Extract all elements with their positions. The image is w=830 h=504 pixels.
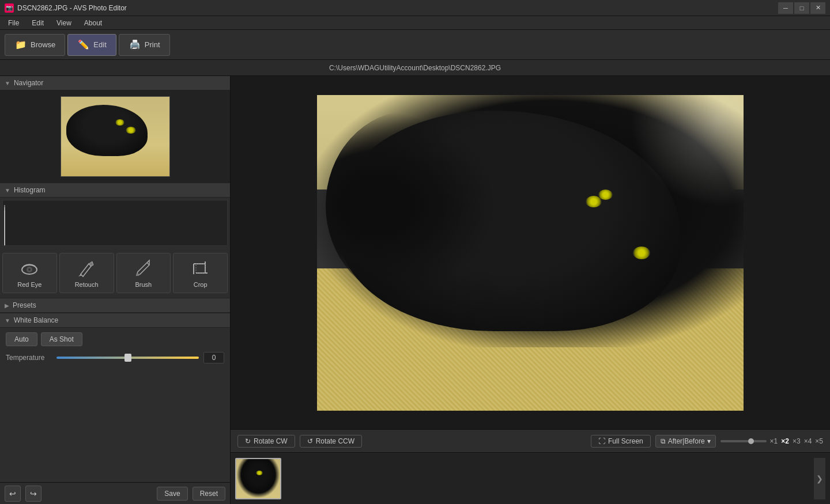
svg-rect-8: [196, 264, 205, 273]
temperature-thumb[interactable]: [124, 354, 131, 362]
filmstrip: ❯: [231, 452, 830, 504]
bottom-controls: ↻ Rotate CW ↺ Rotate CCW ⛶ Full Screen ⧉…: [231, 429, 830, 452]
crop-icon: [190, 258, 211, 279]
red-eye-tool[interactable]: Red Eye: [2, 253, 57, 293]
histogram-title: Histogram: [14, 186, 46, 194]
navigator-collapse-arrow: ▼: [5, 80, 10, 86]
rotate-cw-icon: ↻: [245, 437, 251, 445]
maximize-button[interactable]: □: [794, 2, 809, 14]
white-balance-header[interactable]: ▼ White Balance: [0, 313, 230, 328]
cat-eye-right: [633, 247, 650, 259]
histogram-section: ▼ Histogram: [0, 183, 230, 248]
zoom-x2[interactable]: ×2: [781, 437, 789, 445]
toolbar: 📁 Browse ✏️ Edit 🖨️ Print: [0, 30, 830, 60]
view-label: After|Before: [668, 437, 705, 445]
view-dropdown[interactable]: ⧉ After|Before ▾: [655, 435, 716, 448]
view-icon: ⧉: [661, 437, 666, 445]
rotate-cw-button[interactable]: ↻ Rotate CW: [237, 435, 295, 448]
zoom-x1[interactable]: ×1: [770, 437, 778, 445]
undo-button[interactable]: ↩: [5, 486, 21, 502]
cat-tail-area: [326, 111, 496, 300]
bottom-action-bar: ↩ ↪ Save Reset: [0, 482, 230, 504]
brush-icon: [133, 258, 154, 279]
filepath-text: C:\Users\WDAGUtilityAccount\Desktop\DSCN…: [329, 64, 501, 72]
white-balance-section: ▼ White Balance Auto As Shot Temperature: [0, 313, 230, 368]
presets-header[interactable]: ▶ Presets: [0, 298, 230, 313]
temperature-slider[interactable]: [56, 357, 199, 359]
browse-label: Browse: [31, 40, 55, 49]
histogram-area: [2, 200, 228, 246]
print-label: Print: [145, 40, 160, 49]
canvas-area[interactable]: [231, 76, 830, 429]
navigator-section: ▼ Navigator: [0, 76, 230, 183]
app-icon: 📷: [5, 3, 14, 13]
temperature-label: Temperature: [6, 354, 52, 362]
menu-edit[interactable]: Edit: [26, 18, 50, 28]
print-button[interactable]: 🖨️ Print: [119, 34, 170, 56]
title-controls: ─ □ ✕: [778, 2, 825, 14]
title-bar-left: 📷 DSCN2862.JPG - AVS Photo Editor: [5, 3, 127, 13]
filmstrip-item-1[interactable]: [235, 458, 281, 499]
histogram-collapse-arrow: ▼: [5, 187, 10, 194]
wb-as-shot-button[interactable]: As Shot: [41, 332, 82, 346]
menu-bar: File Edit View About: [0, 16, 830, 30]
navigator-preview: [0, 90, 230, 183]
zoom-x3[interactable]: ×3: [793, 437, 801, 445]
print-icon: 🖨️: [129, 39, 141, 51]
menu-about[interactable]: About: [78, 18, 108, 28]
navigator-title: Navigator: [14, 79, 43, 87]
cat-highlight: [616, 95, 744, 221]
rotate-ccw-label: Rotate CCW: [316, 437, 354, 445]
adjustments-area[interactable]: ▶ Presets ▼ White Balance Auto As Shot T…: [0, 298, 230, 482]
brush-tool[interactable]: Brush: [116, 253, 171, 293]
retouch-label: Retouch: [75, 281, 99, 288]
wb-auto-button[interactable]: Auto: [6, 332, 37, 346]
zoom-slider[interactable]: [720, 440, 767, 442]
edit-icon: ✏️: [77, 39, 90, 51]
edit-label: Edit: [93, 40, 106, 49]
histogram-bars: [3, 200, 227, 245]
menu-file[interactable]: File: [2, 18, 25, 28]
filmstrip-thumb-inner: [236, 459, 280, 498]
title-bar: 📷 DSCN2862.JPG - AVS Photo Editor ─ □ ✕: [0, 0, 830, 16]
wb-controls: Auto As Shot Temperature: [0, 328, 230, 368]
presets-section: ▶ Presets: [0, 298, 230, 313]
temperature-row: Temperature: [6, 352, 224, 363]
reset-button[interactable]: Reset: [193, 487, 225, 501]
retouch-tool[interactable]: Retouch: [59, 253, 114, 293]
navigator-thumbnail: [61, 96, 170, 177]
fullscreen-button[interactable]: ⛶ Full Screen: [591, 435, 651, 448]
rotate-ccw-button[interactable]: ↺ Rotate CCW: [300, 435, 362, 448]
red-eye-label: Red Eye: [17, 281, 42, 288]
photo-canvas: [317, 95, 744, 411]
main-layout: ▼ Navigator ▼ Histogram: [0, 76, 830, 504]
filmstrip-scroll-right[interactable]: ❯: [814, 458, 825, 499]
edit-button[interactable]: ✏️ Edit: [67, 34, 116, 56]
histogram-header[interactable]: ▼ Histogram: [0, 183, 230, 198]
left-panel: ▼ Navigator ▼ Histogram: [0, 76, 231, 504]
browse-button[interactable]: 📁 Browse: [5, 34, 65, 56]
presets-title: Presets: [13, 301, 36, 309]
tools-grid: Red Eye Retouch: [0, 248, 230, 298]
wb-buttons: Auto As Shot: [6, 332, 224, 346]
crop-tool[interactable]: Crop: [173, 253, 228, 293]
right-area: ↻ Rotate CW ↺ Rotate CCW ⛶ Full Screen ⧉…: [231, 76, 830, 504]
red-eye-icon: [19, 258, 40, 279]
minimize-button[interactable]: ─: [778, 2, 793, 14]
close-button[interactable]: ✕: [810, 2, 825, 14]
tools-section: Red Eye Retouch: [0, 248, 230, 298]
zoom-x4[interactable]: ×4: [804, 437, 812, 445]
save-button[interactable]: Save: [157, 487, 187, 501]
zoom-x5[interactable]: ×5: [815, 437, 823, 445]
zoom-slider-area: [720, 440, 767, 442]
brush-label: Brush: [135, 281, 152, 288]
retouch-icon: [76, 258, 97, 279]
redo-button[interactable]: ↪: [25, 486, 42, 502]
temperature-value[interactable]: [203, 352, 224, 363]
rotate-cw-label: Rotate CW: [254, 437, 288, 445]
menu-view[interactable]: View: [51, 18, 77, 28]
view-dropdown-arrow: ▾: [707, 437, 711, 445]
zoom-slider-thumb[interactable]: [748, 438, 754, 444]
navigator-header[interactable]: ▼ Navigator: [0, 76, 230, 90]
crop-label: Crop: [194, 281, 207, 288]
